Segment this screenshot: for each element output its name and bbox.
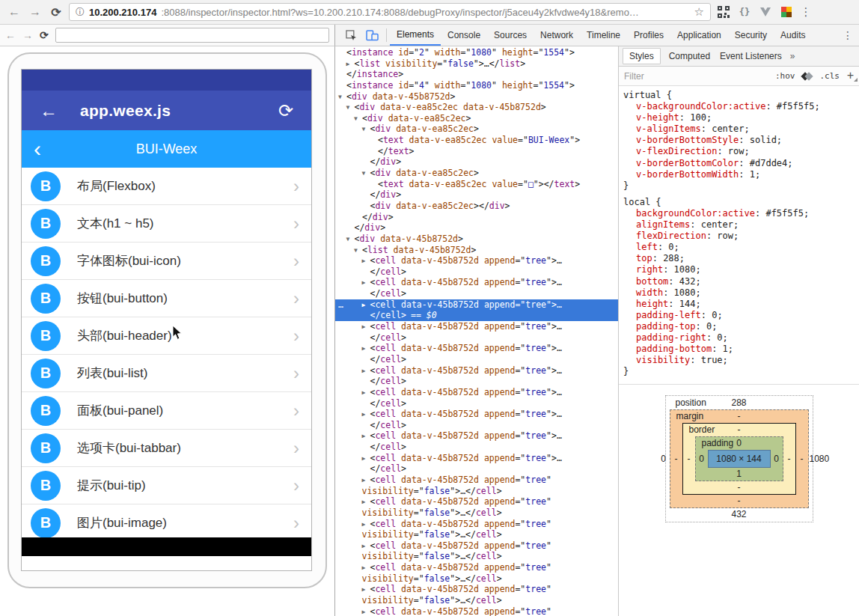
app-refresh-icon[interactable]: ⟳ xyxy=(278,100,293,121)
collapsed-arrow-icon[interactable]: ▶ xyxy=(362,300,370,311)
dom-tree-line[interactable]: </cell> xyxy=(335,266,618,278)
collapsed-arrow-icon[interactable]: ▶ xyxy=(362,497,370,508)
tab-audits[interactable]: Audits xyxy=(774,25,812,46)
address-bar[interactable]: ⓘ 10.200.210.174 :8088/inspector/inspect… xyxy=(69,3,711,21)
dom-tree-line[interactable]: </cell> xyxy=(335,398,618,409)
collapsed-arrow-icon[interactable]: ▶ xyxy=(362,563,370,574)
dom-tree-line[interactable]: </div> xyxy=(335,156,618,168)
dom-tree-line[interactable]: </div> xyxy=(335,222,618,234)
rule-selector[interactable]: local { xyxy=(623,197,855,208)
collapsed-arrow-icon[interactable]: ▶ xyxy=(362,344,370,355)
dom-tree-line[interactable]: ▼<div data-v-ea85c2ec> xyxy=(335,168,618,179)
css-property[interactable]: top: 288; xyxy=(623,253,855,264)
list-item-7[interactable]: B选项卡(bui-tabbar)› xyxy=(22,430,311,467)
css-property[interactable]: v-alignItems: center; xyxy=(623,123,855,135)
braces-extension-icon[interactable]: {} xyxy=(736,4,753,19)
tab-timeline[interactable]: Timeline xyxy=(580,25,627,46)
collapsed-arrow-icon[interactable]: ▶ xyxy=(362,607,370,616)
collapsed-arrow-icon[interactable]: ▶ xyxy=(362,431,370,442)
screencast-back-icon[interactable]: ← xyxy=(5,29,16,41)
app-back-icon[interactable]: ← xyxy=(40,100,58,121)
dom-tree-line[interactable]: </cell> xyxy=(335,332,618,344)
page-info-icon[interactable]: ⓘ xyxy=(76,6,85,19)
css-property[interactable]: left: 0; xyxy=(623,242,855,253)
tab-console[interactable]: Console xyxy=(441,25,487,46)
collapsed-arrow-icon[interactable]: ▶ xyxy=(362,519,370,531)
tab-security[interactable]: Security xyxy=(728,25,774,46)
dom-tree-line[interactable]: ▶<cell data-v-45b8752d append="tree">… xyxy=(335,365,618,376)
css-property[interactable]: backgroundColor:active: #f5f5f5; xyxy=(623,208,855,219)
dom-tree-line[interactable]: </div> xyxy=(335,189,618,201)
dom-tree-line[interactable]: </cell> xyxy=(335,376,618,387)
collapsed-arrow-icon[interactable]: ▶ xyxy=(362,454,370,465)
dom-tree-line[interactable]: </cell> xyxy=(335,420,618,431)
screencast-reload-icon[interactable]: ⟳ xyxy=(40,29,49,41)
css-property[interactable]: right: 1080; xyxy=(623,264,855,275)
dom-tree-line[interactable]: visibility="false">…</cell> xyxy=(335,507,618,519)
border-bottom-value[interactable]: - xyxy=(683,481,795,494)
expanded-arrow-icon[interactable]: ▼ xyxy=(354,114,362,125)
css-property[interactable]: bottom: 432; xyxy=(623,276,855,287)
dom-tree-line[interactable]: <text data-v-ea85c2ec value="BUI-Weex"> xyxy=(335,135,618,146)
css-property[interactable]: padding-bottom: 1; xyxy=(623,344,855,355)
toggle-element-state-button[interactable]: :hov xyxy=(775,71,795,81)
tab-sources[interactable]: Sources xyxy=(487,25,534,46)
css-property[interactable]: v-backgroundColor:active: #f5f5f5; xyxy=(623,101,855,112)
css-property[interactable]: v-flexDirection: row; xyxy=(623,146,855,157)
css-property[interactable]: padding-top: 0; xyxy=(623,321,855,332)
dom-tree-line[interactable]: visibility="false">…</cell> xyxy=(335,595,618,606)
dom-tree-line[interactable]: <text data-v-ea85c2ec value="□"></text> xyxy=(335,179,618,190)
screencast-address-input[interactable] xyxy=(55,28,329,43)
dom-tree-line[interactable]: </cell> xyxy=(335,288,618,299)
dom-tree-line[interactable]: …▶<cell data-v-45b8752d append="tree">… xyxy=(335,299,618,311)
dom-tree-line[interactable]: ▶<cell data-v-45b8752d append="tree" xyxy=(335,519,618,530)
dom-tree-line[interactable]: ▼<div data-v-ea85c2ec data-v-45b8752d> xyxy=(335,102,618,113)
dom-tree-line[interactable]: ▼<list data-v-45b8752d> xyxy=(335,245,618,256)
browser-reload-icon[interactable]: ⟳ xyxy=(48,5,64,19)
dom-tree-line[interactable]: </cell> xyxy=(335,463,618,475)
css-property[interactable]: alignItems: center; xyxy=(623,219,855,231)
dom-tree-line[interactable]: ▶<cell data-v-45b8752d append="tree">… xyxy=(335,453,618,464)
sidebar-tab-computed[interactable]: Computed xyxy=(667,49,712,64)
dom-tree-line[interactable]: ▼<div data-v-45b8752d> xyxy=(335,91,618,103)
dom-tree-line[interactable]: </cell> xyxy=(335,354,618,365)
device-toolbar-icon[interactable] xyxy=(361,25,383,46)
devtools-menu-icon[interactable]: ⋮ xyxy=(837,25,859,46)
collapsed-arrow-icon[interactable]: ▶ xyxy=(362,388,370,399)
dom-tree-line[interactable]: <instance id="2" width="1080" height="15… xyxy=(335,47,618,58)
tab-network[interactable]: Network xyxy=(534,25,580,46)
collapsed-arrow-icon[interactable]: ▶ xyxy=(362,585,370,596)
expanded-arrow-icon[interactable]: ▼ xyxy=(346,103,355,114)
css-property[interactable]: padding-left: 0; xyxy=(623,310,855,321)
css-property[interactable]: v-borderBottomWidth: 1; xyxy=(623,169,855,180)
dom-tree-line[interactable]: ▶<cell data-v-45b8752d append="tree">… xyxy=(335,387,618,398)
filter-input[interactable]: Filter xyxy=(624,71,644,82)
css-property[interactable]: height: 144; xyxy=(623,299,855,310)
margin-right-value[interactable]: - xyxy=(796,454,808,464)
add-class-button[interactable]: .cls xyxy=(819,71,840,81)
dom-tree-line[interactable]: ▶<cell data-v-45b8752d append="tree">… xyxy=(335,321,618,332)
position-left-value[interactable]: 0 xyxy=(658,454,670,464)
list-item-5[interactable]: B列表(bui-list)› xyxy=(22,355,311,392)
new-style-rule-button[interactable]: + xyxy=(847,72,854,80)
tab-elements[interactable]: Elements xyxy=(390,25,441,46)
dom-tree-line[interactable]: <div data-v-ea85c2ec></div> xyxy=(335,201,618,212)
collapsed-arrow-icon[interactable]: ▶ xyxy=(346,59,355,70)
collapsed-arrow-icon[interactable]: ▶ xyxy=(362,475,370,487)
css-property[interactable]: flexDirection: row; xyxy=(623,231,855,242)
vue-extension-icon[interactable] xyxy=(757,4,774,19)
list-item-4[interactable]: B头部(bui-header)› xyxy=(22,317,311,355)
position-bottom-value[interactable]: 432 xyxy=(670,508,809,521)
dom-tree-line[interactable]: ▶<cell data-v-45b8752d append="tree" xyxy=(335,606,618,616)
pseudo-state-icon[interactable] xyxy=(802,73,812,79)
dom-tree-line[interactable]: ▶<cell data-v-45b8752d append="tree" xyxy=(335,496,618,507)
css-property[interactable]: v-height: 100; xyxy=(623,112,855,123)
dom-tree-line[interactable]: ▶<cell data-v-45b8752d append="tree" xyxy=(335,562,618,573)
dom-tree-line[interactable]: </instance> xyxy=(335,69,618,80)
dom-tree-line[interactable]: ▶<cell data-v-45b8752d append="tree" xyxy=(335,584,618,595)
border-top-value[interactable]: - xyxy=(738,424,741,435)
colorful-extension-icon[interactable] xyxy=(778,4,795,19)
position-right-value[interactable]: 1080 xyxy=(809,454,821,464)
collapsed-arrow-icon[interactable]: ▶ xyxy=(362,409,370,421)
dom-tree-line[interactable]: visibility="false">…</cell> xyxy=(335,573,618,585)
